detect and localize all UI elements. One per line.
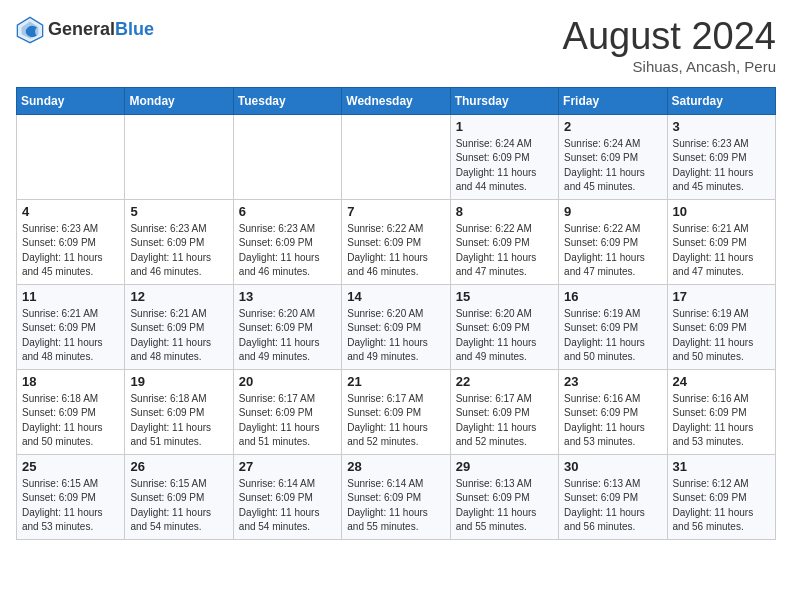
cell-info: Sunrise: 6:23 AM Sunset: 6:09 PM Dayligh… (130, 222, 227, 280)
calendar-cell: 22Sunrise: 6:17 AM Sunset: 6:09 PM Dayli… (450, 369, 558, 454)
calendar-cell: 10Sunrise: 6:21 AM Sunset: 6:09 PM Dayli… (667, 199, 775, 284)
day-number: 9 (564, 204, 661, 219)
week-row-4: 18Sunrise: 6:18 AM Sunset: 6:09 PM Dayli… (17, 369, 776, 454)
logo-general: General (48, 19, 115, 39)
cell-info: Sunrise: 6:20 AM Sunset: 6:09 PM Dayligh… (347, 307, 444, 365)
day-number: 21 (347, 374, 444, 389)
calendar-cell: 14Sunrise: 6:20 AM Sunset: 6:09 PM Dayli… (342, 284, 450, 369)
week-row-1: 1Sunrise: 6:24 AM Sunset: 6:09 PM Daylig… (17, 114, 776, 199)
calendar-cell: 31Sunrise: 6:12 AM Sunset: 6:09 PM Dayli… (667, 454, 775, 539)
day-number: 10 (673, 204, 770, 219)
calendar-cell: 23Sunrise: 6:16 AM Sunset: 6:09 PM Dayli… (559, 369, 667, 454)
weekday-header-sunday: Sunday (17, 87, 125, 114)
day-number: 22 (456, 374, 553, 389)
cell-info: Sunrise: 6:17 AM Sunset: 6:09 PM Dayligh… (347, 392, 444, 450)
calendar-body: 1Sunrise: 6:24 AM Sunset: 6:09 PM Daylig… (17, 114, 776, 539)
week-row-5: 25Sunrise: 6:15 AM Sunset: 6:09 PM Dayli… (17, 454, 776, 539)
day-number: 24 (673, 374, 770, 389)
day-number: 23 (564, 374, 661, 389)
title-block: August 2024 Sihuas, Ancash, Peru (563, 16, 776, 75)
cell-info: Sunrise: 6:22 AM Sunset: 6:09 PM Dayligh… (564, 222, 661, 280)
cell-info: Sunrise: 6:21 AM Sunset: 6:09 PM Dayligh… (130, 307, 227, 365)
calendar-cell: 15Sunrise: 6:20 AM Sunset: 6:09 PM Dayli… (450, 284, 558, 369)
cell-info: Sunrise: 6:20 AM Sunset: 6:09 PM Dayligh… (239, 307, 336, 365)
cell-info: Sunrise: 6:15 AM Sunset: 6:09 PM Dayligh… (130, 477, 227, 535)
day-number: 30 (564, 459, 661, 474)
cell-info: Sunrise: 6:19 AM Sunset: 6:09 PM Dayligh… (564, 307, 661, 365)
cell-info: Sunrise: 6:23 AM Sunset: 6:09 PM Dayligh… (673, 137, 770, 195)
day-number: 19 (130, 374, 227, 389)
cell-info: Sunrise: 6:20 AM Sunset: 6:09 PM Dayligh… (456, 307, 553, 365)
cell-info: Sunrise: 6:21 AM Sunset: 6:09 PM Dayligh… (673, 222, 770, 280)
day-number: 1 (456, 119, 553, 134)
cell-info: Sunrise: 6:15 AM Sunset: 6:09 PM Dayligh… (22, 477, 119, 535)
cell-info: Sunrise: 6:21 AM Sunset: 6:09 PM Dayligh… (22, 307, 119, 365)
calendar-cell: 8Sunrise: 6:22 AM Sunset: 6:09 PM Daylig… (450, 199, 558, 284)
location-title: Sihuas, Ancash, Peru (563, 58, 776, 75)
calendar-cell: 29Sunrise: 6:13 AM Sunset: 6:09 PM Dayli… (450, 454, 558, 539)
cell-info: Sunrise: 6:23 AM Sunset: 6:09 PM Dayligh… (22, 222, 119, 280)
logo-text: GeneralBlue (48, 20, 154, 40)
week-row-2: 4Sunrise: 6:23 AM Sunset: 6:09 PM Daylig… (17, 199, 776, 284)
day-number: 15 (456, 289, 553, 304)
cell-info: Sunrise: 6:14 AM Sunset: 6:09 PM Dayligh… (239, 477, 336, 535)
day-number: 27 (239, 459, 336, 474)
cell-info: Sunrise: 6:22 AM Sunset: 6:09 PM Dayligh… (347, 222, 444, 280)
calendar-cell: 21Sunrise: 6:17 AM Sunset: 6:09 PM Dayli… (342, 369, 450, 454)
day-number: 29 (456, 459, 553, 474)
day-number: 2 (564, 119, 661, 134)
day-number: 11 (22, 289, 119, 304)
calendar-cell: 9Sunrise: 6:22 AM Sunset: 6:09 PM Daylig… (559, 199, 667, 284)
weekday-header-tuesday: Tuesday (233, 87, 341, 114)
calendar-cell (125, 114, 233, 199)
calendar-cell: 3Sunrise: 6:23 AM Sunset: 6:09 PM Daylig… (667, 114, 775, 199)
logo-icon (16, 16, 44, 44)
calendar-cell: 5Sunrise: 6:23 AM Sunset: 6:09 PM Daylig… (125, 199, 233, 284)
day-number: 5 (130, 204, 227, 219)
cell-info: Sunrise: 6:12 AM Sunset: 6:09 PM Dayligh… (673, 477, 770, 535)
cell-info: Sunrise: 6:13 AM Sunset: 6:09 PM Dayligh… (456, 477, 553, 535)
calendar-cell: 27Sunrise: 6:14 AM Sunset: 6:09 PM Dayli… (233, 454, 341, 539)
calendar-cell: 20Sunrise: 6:17 AM Sunset: 6:09 PM Dayli… (233, 369, 341, 454)
calendar-cell: 26Sunrise: 6:15 AM Sunset: 6:09 PM Dayli… (125, 454, 233, 539)
calendar-cell: 16Sunrise: 6:19 AM Sunset: 6:09 PM Dayli… (559, 284, 667, 369)
calendar-cell (17, 114, 125, 199)
calendar-header: SundayMondayTuesdayWednesdayThursdayFrid… (17, 87, 776, 114)
day-number: 16 (564, 289, 661, 304)
day-number: 18 (22, 374, 119, 389)
calendar-cell: 24Sunrise: 6:16 AM Sunset: 6:09 PM Dayli… (667, 369, 775, 454)
day-number: 8 (456, 204, 553, 219)
day-number: 13 (239, 289, 336, 304)
page-header: GeneralBlue August 2024 Sihuas, Ancash, … (16, 16, 776, 75)
calendar-cell: 18Sunrise: 6:18 AM Sunset: 6:09 PM Dayli… (17, 369, 125, 454)
weekday-header-wednesday: Wednesday (342, 87, 450, 114)
cell-info: Sunrise: 6:18 AM Sunset: 6:09 PM Dayligh… (130, 392, 227, 450)
calendar-cell: 4Sunrise: 6:23 AM Sunset: 6:09 PM Daylig… (17, 199, 125, 284)
day-number: 3 (673, 119, 770, 134)
day-number: 7 (347, 204, 444, 219)
calendar-cell: 7Sunrise: 6:22 AM Sunset: 6:09 PM Daylig… (342, 199, 450, 284)
calendar-table: SundayMondayTuesdayWednesdayThursdayFrid… (16, 87, 776, 540)
calendar-cell: 28Sunrise: 6:14 AM Sunset: 6:09 PM Dayli… (342, 454, 450, 539)
cell-info: Sunrise: 6:17 AM Sunset: 6:09 PM Dayligh… (456, 392, 553, 450)
cell-info: Sunrise: 6:13 AM Sunset: 6:09 PM Dayligh… (564, 477, 661, 535)
weekday-header-friday: Friday (559, 87, 667, 114)
day-number: 12 (130, 289, 227, 304)
calendar-cell: 25Sunrise: 6:15 AM Sunset: 6:09 PM Dayli… (17, 454, 125, 539)
cell-info: Sunrise: 6:14 AM Sunset: 6:09 PM Dayligh… (347, 477, 444, 535)
weekday-row: SundayMondayTuesdayWednesdayThursdayFrid… (17, 87, 776, 114)
calendar-cell (342, 114, 450, 199)
month-title: August 2024 (563, 16, 776, 58)
calendar-cell: 2Sunrise: 6:24 AM Sunset: 6:09 PM Daylig… (559, 114, 667, 199)
cell-info: Sunrise: 6:23 AM Sunset: 6:09 PM Dayligh… (239, 222, 336, 280)
calendar-cell: 13Sunrise: 6:20 AM Sunset: 6:09 PM Dayli… (233, 284, 341, 369)
cell-info: Sunrise: 6:22 AM Sunset: 6:09 PM Dayligh… (456, 222, 553, 280)
logo: GeneralBlue (16, 16, 154, 44)
cell-info: Sunrise: 6:18 AM Sunset: 6:09 PM Dayligh… (22, 392, 119, 450)
weekday-header-thursday: Thursday (450, 87, 558, 114)
weekday-header-monday: Monday (125, 87, 233, 114)
cell-info: Sunrise: 6:19 AM Sunset: 6:09 PM Dayligh… (673, 307, 770, 365)
calendar-cell: 30Sunrise: 6:13 AM Sunset: 6:09 PM Dayli… (559, 454, 667, 539)
calendar-cell: 17Sunrise: 6:19 AM Sunset: 6:09 PM Dayli… (667, 284, 775, 369)
calendar-cell: 6Sunrise: 6:23 AM Sunset: 6:09 PM Daylig… (233, 199, 341, 284)
